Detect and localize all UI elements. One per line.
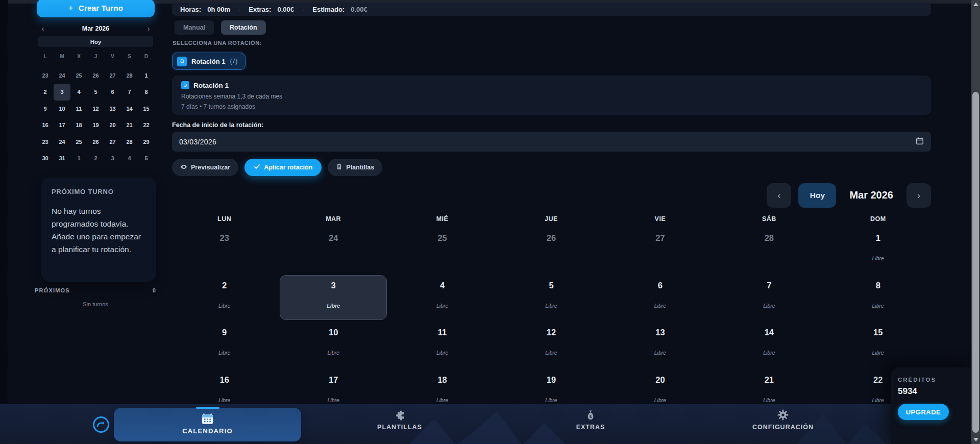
weekday-label: SÁB bbox=[715, 215, 823, 223]
day-number: 9 bbox=[170, 328, 279, 337]
apply-label: Aplicar rotación bbox=[264, 164, 312, 171]
day-number: 17 bbox=[279, 375, 387, 385]
start-date-input[interactable]: 03/03/2026 bbox=[172, 132, 931, 152]
calendar-day-cell-selected[interactable]: 3Libre bbox=[279, 272, 387, 319]
calendar-day-cell[interactable]: 24 bbox=[279, 225, 387, 272]
calendar-grid: 2324252627281Libre2Libre3Libre4Libre5Lib… bbox=[170, 225, 933, 413]
calendar-day-cell[interactable]: 15Libre bbox=[824, 319, 933, 366]
credits-panel: CRÉDITOS 5934 UPGRADE bbox=[891, 367, 971, 444]
calendar-day-cell[interactable]: 14Libre bbox=[715, 319, 823, 366]
rotation-chip-count: (7) bbox=[230, 58, 237, 65]
free-badge: Libre bbox=[715, 350, 823, 356]
calendar-day-cell[interactable]: 8Libre bbox=[824, 272, 933, 319]
day-number: 15 bbox=[824, 328, 933, 337]
day-number: 18 bbox=[388, 375, 497, 385]
svg-text:$: $ bbox=[590, 414, 592, 419]
free-badge: Libre bbox=[497, 303, 605, 309]
hours-label: Horas: bbox=[180, 6, 201, 13]
calendar-day-cell[interactable]: 26 bbox=[497, 225, 605, 272]
free-badge: Libre bbox=[279, 350, 387, 356]
rotation-card-name: Rotación 1 bbox=[193, 82, 229, 89]
free-badge: Libre bbox=[388, 303, 497, 309]
free-badge: Libre bbox=[279, 397, 387, 403]
weekday-label: MIÉ bbox=[388, 215, 497, 223]
preview-label: Previsualizar bbox=[191, 164, 230, 171]
calendar-day-cell[interactable]: 5Libre bbox=[497, 272, 605, 319]
day-number: 16 bbox=[170, 375, 279, 385]
calendar-day-cell[interactable]: 2Libre bbox=[170, 272, 279, 319]
scroll-down-icon[interactable] bbox=[973, 438, 978, 441]
day-number: 8 bbox=[824, 281, 933, 290]
day-number: 27 bbox=[606, 233, 715, 243]
scroll-up-icon[interactable] bbox=[973, 3, 978, 6]
app-screen: + Crear Turno ‹ Mar 2026 › Hoy LMXJVSD23… bbox=[0, 0, 980, 444]
stats-bar: Horas: 0h 00m · Extras: 0.00€ · Estimado… bbox=[172, 3, 931, 16]
gauge-icon[interactable] bbox=[92, 415, 110, 434]
free-badge: Libre bbox=[606, 397, 715, 403]
calendar-day-cell[interactable]: 4Libre bbox=[388, 272, 497, 319]
free-badge: Libre bbox=[170, 397, 279, 403]
upgrade-button[interactable]: UPGRADE bbox=[898, 404, 949, 420]
day-number: 25 bbox=[388, 233, 497, 243]
check-icon bbox=[254, 163, 260, 171]
day-number: 21 bbox=[715, 375, 823, 385]
calendar-prev-button[interactable]: ‹ bbox=[767, 183, 791, 208]
templates-button[interactable]: Plantillas bbox=[328, 159, 382, 176]
free-badge: Libre bbox=[388, 397, 497, 403]
free-badge: Libre bbox=[497, 397, 605, 403]
bottom-nav: CALENDARIO PLANTILLAS $ EXTRAS bbox=[0, 403, 971, 444]
calendar-day-cell[interactable]: 23 bbox=[170, 225, 279, 272]
rotation-card-meta: 7 días • 7 turnos asignados bbox=[181, 103, 922, 110]
day-number: 4 bbox=[388, 281, 497, 290]
nav-item-extras[interactable]: $ EXTRAS bbox=[534, 409, 647, 431]
nav-item-configuracion[interactable]: CONFIGURACIÓN bbox=[727, 409, 839, 431]
calendar-day-cell[interactable]: 13Libre bbox=[606, 319, 715, 366]
free-badge: Libre bbox=[606, 303, 715, 309]
eye-icon bbox=[180, 163, 187, 172]
day-number: 7 bbox=[715, 281, 823, 290]
calendar-day-cell[interactable]: 9Libre bbox=[170, 319, 279, 366]
calendar-day-cell[interactable]: 27 bbox=[606, 225, 715, 272]
calendar-picker-icon[interactable] bbox=[916, 137, 924, 147]
mode-tabs: Manual Rotación bbox=[175, 20, 266, 35]
tab-rotation[interactable]: Rotación bbox=[221, 20, 265, 35]
free-badge: Libre bbox=[824, 255, 933, 261]
calendar-day-cell[interactable]: 12Libre bbox=[497, 319, 605, 366]
day-number: 13 bbox=[606, 328, 715, 337]
calendar-day-cell[interactable]: 28 bbox=[715, 225, 823, 272]
scrollbar-thumb[interactable] bbox=[972, 92, 979, 433]
tab-manual[interactable]: Manual bbox=[175, 20, 214, 35]
credits-label: CRÉDITOS bbox=[898, 377, 971, 383]
puzzle-icon bbox=[394, 409, 405, 421]
calendar-day-cell[interactable]: 11Libre bbox=[388, 319, 497, 366]
rotation-chip[interactable]: Rotación 1 (7) bbox=[172, 53, 246, 70]
nav-item-calendario[interactable]: CALENDARIO bbox=[114, 408, 301, 441]
calendar-day-cell[interactable]: 25 bbox=[388, 225, 497, 272]
free-badge: Libre bbox=[170, 303, 279, 309]
credits-value: 5934 bbox=[898, 386, 971, 397]
start-date-label: Fecha de inicio de la rotación: bbox=[172, 121, 263, 129]
vertical-scrollbar[interactable] bbox=[971, 0, 980, 444]
day-number: 20 bbox=[606, 375, 715, 385]
calendar-day-cell[interactable]: 6Libre bbox=[606, 272, 715, 319]
active-tab-indicator bbox=[196, 407, 219, 409]
day-number: 3 bbox=[279, 281, 387, 290]
separator-dot: · bbox=[238, 6, 240, 13]
nav-item-plantillas[interactable]: PLANTILLAS bbox=[344, 409, 456, 431]
preview-button[interactable]: Previsualizar bbox=[172, 159, 238, 176]
calendar-day-cell[interactable]: 1Libre bbox=[824, 225, 933, 272]
apply-rotation-button[interactable]: Aplicar rotación bbox=[244, 159, 322, 176]
free-badge: Libre bbox=[606, 350, 715, 356]
nav-label-configuracion: CONFIGURACIÓN bbox=[752, 424, 814, 431]
extras-label: Extras: bbox=[249, 6, 271, 13]
calendar-day-cell[interactable]: 10Libre bbox=[279, 319, 387, 366]
calendar-next-button[interactable]: › bbox=[906, 183, 931, 208]
rotation-chip-name: Rotación 1 bbox=[191, 58, 225, 65]
day-number: 6 bbox=[606, 281, 715, 290]
free-badge: Libre bbox=[170, 350, 279, 356]
calendar-today-button[interactable]: Hoy bbox=[798, 183, 836, 208]
day-number: 28 bbox=[715, 233, 823, 243]
rotation-card[interactable]: Rotación 1 Rotaciones semana 1,3 de cada… bbox=[172, 76, 931, 115]
calendar-icon bbox=[201, 412, 214, 426]
calendar-day-cell[interactable]: 7Libre bbox=[715, 272, 823, 319]
